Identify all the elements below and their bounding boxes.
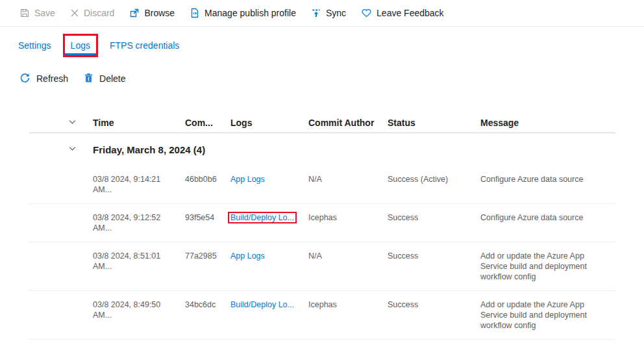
tab-logs[interactable]: Logs (65, 36, 96, 55)
header-time[interactable]: Time (93, 118, 185, 128)
delete-button[interactable]: Delete (84, 73, 125, 85)
discard-button[interactable]: Discard (70, 8, 114, 18)
group-collapse-chevron[interactable] (29, 144, 93, 155)
row-logs-cell: Build/Deploy Lo... (230, 212, 308, 233)
tab-bar: Settings Logs FTPS credentials (0, 34, 644, 57)
row-commit-id: 34bc6dc (185, 299, 230, 331)
row-commit-author: Icephas (308, 212, 388, 233)
row-commit-author: Icephas (308, 299, 388, 331)
row-message: Add or update the Azure App Service buil… (480, 299, 615, 331)
leave-feedback-button[interactable]: Leave Feedback (361, 8, 444, 18)
header-status[interactable]: Status (388, 118, 480, 128)
table-header-row: Time Com... Logs Commit Author Status Me… (29, 112, 615, 133)
group-date-label: Friday, March 8, 2024 (4) (93, 144, 615, 155)
command-bar: Save Discard Browse Manage publish profi… (0, 0, 644, 27)
browse-label: Browse (144, 8, 175, 18)
row-expander-cell (29, 299, 93, 331)
row-commit-id: 46bb0b6 (185, 174, 230, 195)
row-commit-id: 77a2985 (185, 251, 230, 282)
row-message: Configure Azure data source (480, 212, 615, 233)
row-time: 03/8 2024, 9:14:21 AM... (93, 174, 185, 195)
logs-link[interactable]: Build/Deploy Lo... (230, 300, 294, 309)
sync-button[interactable]: Sync (311, 8, 346, 18)
tab-settings[interactable]: Settings (18, 40, 51, 51)
logs-action-bar: Refresh Delete (0, 72, 644, 85)
deployment-logs-table: Time Com... Logs Commit Author Status Me… (29, 112, 615, 340)
publish-profile-file-icon (190, 8, 200, 18)
refresh-label: Refresh (36, 73, 68, 84)
table-row[interactable]: 03/8 2024, 8:51:01 AM... 77a2985 App Log… (29, 242, 615, 291)
browse-button[interactable]: Browse (129, 8, 175, 18)
save-button[interactable]: Save (19, 8, 55, 18)
logs-link[interactable]: App Logs (230, 175, 265, 184)
browse-external-icon (129, 8, 140, 18)
header-logs[interactable]: Logs (230, 118, 308, 128)
tab-logs-annotation-box: Logs (63, 34, 98, 57)
table-row[interactable]: 03/8 2024, 9:12:52 AM... 93f5e54 Build/D… (29, 204, 615, 242)
save-label: Save (34, 8, 55, 18)
header-commit-author[interactable]: Commit Author (308, 118, 388, 128)
row-commit-author: N/A (308, 251, 388, 282)
manage-publish-profile-button[interactable]: Manage publish profile (190, 8, 296, 18)
collapse-all-chevron[interactable] (29, 117, 93, 129)
discard-label: Discard (84, 8, 114, 18)
chevron-down-icon (68, 144, 77, 155)
row-commit-id: 93f5e54 (185, 212, 230, 233)
manage-publish-profile-label: Manage publish profile (204, 8, 296, 18)
logs-link[interactable]: App Logs (230, 251, 265, 261)
row-expander-cell (29, 212, 93, 233)
delete-label: Delete (99, 73, 125, 84)
row-time: 03/8 2024, 8:49:50 AM... (93, 299, 185, 331)
row-expander-cell (29, 174, 93, 195)
tab-ftps-credentials[interactable]: FTPS credentials (110, 40, 179, 51)
row-expander-cell (29, 251, 93, 282)
leave-feedback-label: Leave Feedback (377, 8, 444, 18)
discard-x-icon (70, 8, 79, 18)
sync-upload-icon (311, 8, 321, 18)
refresh-button[interactable]: Refresh (19, 72, 68, 85)
row-status: Success (388, 251, 480, 282)
sync-label: Sync (326, 8, 346, 18)
row-status: Success (Active) (388, 174, 480, 195)
row-commit-author: N/A (308, 174, 388, 195)
row-logs-cell: App Logs (230, 174, 308, 195)
group-row-date[interactable]: Friday, March 8, 2024 (4) (29, 133, 615, 166)
table-body: 03/8 2024, 9:14:21 AM... 46bb0b6 App Log… (29, 166, 615, 340)
row-time: 03/8 2024, 8:51:01 AM... (93, 251, 185, 282)
row-status: Success (388, 299, 480, 331)
row-logs-cell: Build/Deploy Lo... (230, 299, 308, 331)
logs-link[interactable]: Build/Deploy Lo... (228, 212, 297, 223)
header-commit[interactable]: Com... (185, 118, 230, 128)
refresh-icon (19, 72, 31, 85)
row-message: Add or update the Azure App Service buil… (480, 251, 615, 282)
row-logs-cell: App Logs (230, 251, 308, 282)
row-message: Configure Azure data source (480, 174, 615, 195)
chevron-down-icon (68, 117, 77, 129)
heart-icon (361, 8, 372, 18)
table-row[interactable]: 03/8 2024, 8:49:50 AM... 34bc6dc Build/D… (29, 291, 615, 340)
trash-icon (84, 73, 93, 85)
table-row[interactable]: 03/8 2024, 9:14:21 AM... 46bb0b6 App Log… (29, 166, 615, 204)
save-icon (19, 8, 30, 18)
row-status: Success (388, 212, 480, 233)
row-time: 03/8 2024, 9:12:52 AM... (93, 212, 185, 233)
header-message[interactable]: Message (480, 118, 615, 128)
